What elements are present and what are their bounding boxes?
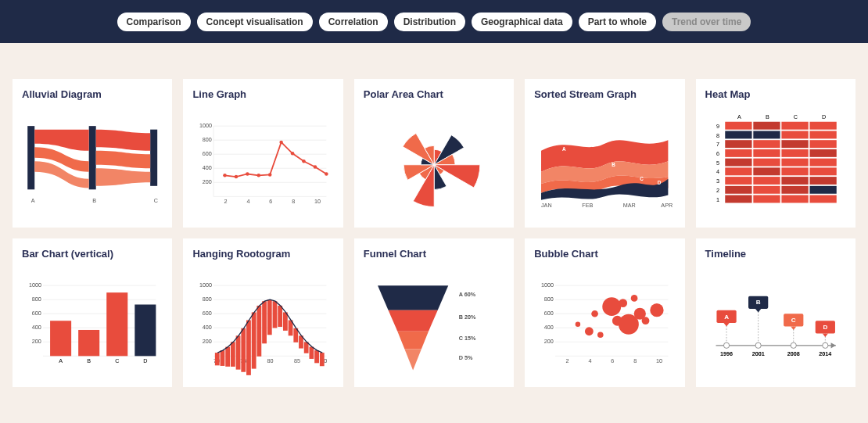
card-line[interactable]: Line Graph 1000800600 400200 246810 xyxy=(183,79,343,228)
filter-correlation[interactable]: Correlation xyxy=(319,13,388,31)
svg-rect-51 xyxy=(725,131,751,138)
filter-comparison[interactable]: Comparison xyxy=(117,13,191,31)
card-timeline[interactable]: Timeline A1996B2001C2008D2014 xyxy=(696,238,855,387)
card-funnel[interactable]: Funnel Chart A 60% B 20% C 15% D 5% xyxy=(354,238,514,387)
svg-point-173 xyxy=(597,332,604,338)
card-polar[interactable]: Polar Area Chart xyxy=(354,79,514,228)
svg-rect-47 xyxy=(753,122,780,130)
svg-text:400: 400 xyxy=(203,324,212,331)
svg-text:800: 800 xyxy=(32,296,41,303)
svg-text:800: 800 xyxy=(203,136,212,143)
card-title: Timeline xyxy=(705,248,846,260)
svg-rect-78 xyxy=(781,177,808,185)
svg-rect-145 xyxy=(320,353,325,366)
svg-rect-101 xyxy=(50,321,71,356)
svg-marker-183 xyxy=(830,342,835,348)
svg-rect-132 xyxy=(252,312,256,368)
svg-text:600: 600 xyxy=(544,310,554,317)
svg-marker-148 xyxy=(397,332,429,350)
svg-text:JAN: JAN xyxy=(541,202,552,209)
svg-text:A 60%: A 60% xyxy=(459,291,476,298)
svg-text:A: A xyxy=(31,197,35,204)
svg-marker-193 xyxy=(755,309,761,313)
svg-point-176 xyxy=(619,299,627,307)
svg-text:200: 200 xyxy=(544,338,554,345)
svg-text:800: 800 xyxy=(203,296,212,303)
svg-point-170 xyxy=(576,322,580,327)
card-bar[interactable]: Bar Chart (vertical) 1000800600 400200 A… xyxy=(13,238,172,387)
svg-rect-79 xyxy=(809,177,836,185)
svg-rect-53 xyxy=(781,131,808,138)
card-title: Heat Map xyxy=(705,88,846,100)
svg-text:2: 2 xyxy=(566,357,569,364)
heatmap-chart-icon: ABCD987654321 xyxy=(705,106,846,220)
svg-rect-59 xyxy=(809,140,836,148)
svg-marker-149 xyxy=(404,349,421,370)
svg-text:B: B xyxy=(766,113,769,120)
card-title: Bubble Chart xyxy=(534,248,675,260)
svg-rect-143 xyxy=(310,347,314,359)
svg-text:10: 10 xyxy=(314,198,321,205)
filter-trend-over-time[interactable]: Trend over time xyxy=(662,13,751,31)
svg-text:400: 400 xyxy=(544,324,554,331)
svg-point-191 xyxy=(755,342,761,348)
svg-point-172 xyxy=(591,310,598,317)
card-title: Line Graph xyxy=(192,88,333,100)
svg-text:1996: 1996 xyxy=(720,350,733,357)
svg-rect-46 xyxy=(725,122,751,130)
svg-text:600: 600 xyxy=(203,150,212,157)
svg-point-29 xyxy=(291,152,295,156)
svg-rect-49 xyxy=(809,122,836,130)
svg-point-181 xyxy=(650,303,663,317)
svg-rect-130 xyxy=(242,328,246,372)
svg-rect-131 xyxy=(246,320,251,375)
svg-point-32 xyxy=(325,172,329,176)
card-grid: Alluvial Diagram ABC Line Graph 10008006… xyxy=(0,43,868,400)
svg-text:B 20%: B 20% xyxy=(459,314,476,321)
filter-concept-visualisation[interactable]: Concept visualisation xyxy=(197,13,313,31)
filter-geographical-data[interactable]: Geographical data xyxy=(472,13,572,31)
bubble-chart-icon: 1000800600 400200 246810 xyxy=(534,266,675,379)
svg-point-23 xyxy=(224,174,228,177)
rootogram-chart-icon: 1000800600 400200 7075808590 xyxy=(192,266,333,379)
svg-text:800: 800 xyxy=(544,296,554,303)
card-heatmap[interactable]: Heat Map ABCD987654321 xyxy=(696,79,855,228)
svg-text:4: 4 xyxy=(247,198,250,205)
svg-point-178 xyxy=(631,295,638,302)
svg-text:B: B xyxy=(755,299,760,306)
card-bubble[interactable]: Bubble Chart 1000800600 400200 246810 xyxy=(525,238,684,387)
svg-text:C: C xyxy=(791,317,795,324)
svg-rect-61 xyxy=(725,149,751,157)
svg-rect-69 xyxy=(809,159,836,167)
card-stream[interactable]: Sorted Stream Graph ABCD JANFEBMARAPR xyxy=(525,79,684,228)
svg-text:8: 8 xyxy=(716,132,719,139)
filter-distribution[interactable]: Distribution xyxy=(394,13,465,31)
svg-text:400: 400 xyxy=(203,164,212,171)
svg-rect-126 xyxy=(221,350,225,366)
svg-point-185 xyxy=(723,342,729,348)
svg-point-24 xyxy=(235,175,239,179)
svg-text:C: C xyxy=(793,113,797,120)
svg-text:2001: 2001 xyxy=(751,350,764,357)
svg-rect-62 xyxy=(753,149,780,157)
svg-text:D: D xyxy=(822,113,826,120)
svg-text:8: 8 xyxy=(292,198,296,205)
svg-rect-76 xyxy=(725,177,751,185)
svg-text:1000: 1000 xyxy=(199,281,212,289)
svg-text:C: C xyxy=(640,176,644,181)
card-title: Polar Area Chart xyxy=(364,88,504,100)
svg-text:MAR: MAR xyxy=(623,202,636,209)
filter-part-to-whole[interactable]: Part to whole xyxy=(579,13,656,31)
svg-text:C: C xyxy=(154,197,158,204)
svg-rect-66 xyxy=(725,159,751,167)
svg-text:10: 10 xyxy=(656,357,662,364)
svg-text:2014: 2014 xyxy=(819,350,831,357)
svg-text:A: A xyxy=(562,146,566,152)
card-rootogram[interactable]: Hanging Rootogram 1000800600 400200 7075… xyxy=(183,238,343,387)
card-alluvial[interactable]: Alluvial Diagram ABC xyxy=(13,79,172,228)
svg-rect-87 xyxy=(753,195,780,203)
svg-text:C 15%: C 15% xyxy=(459,335,476,342)
svg-text:4: 4 xyxy=(589,357,592,364)
card-title: Funnel Chart xyxy=(364,248,504,260)
svg-point-27 xyxy=(268,173,272,177)
